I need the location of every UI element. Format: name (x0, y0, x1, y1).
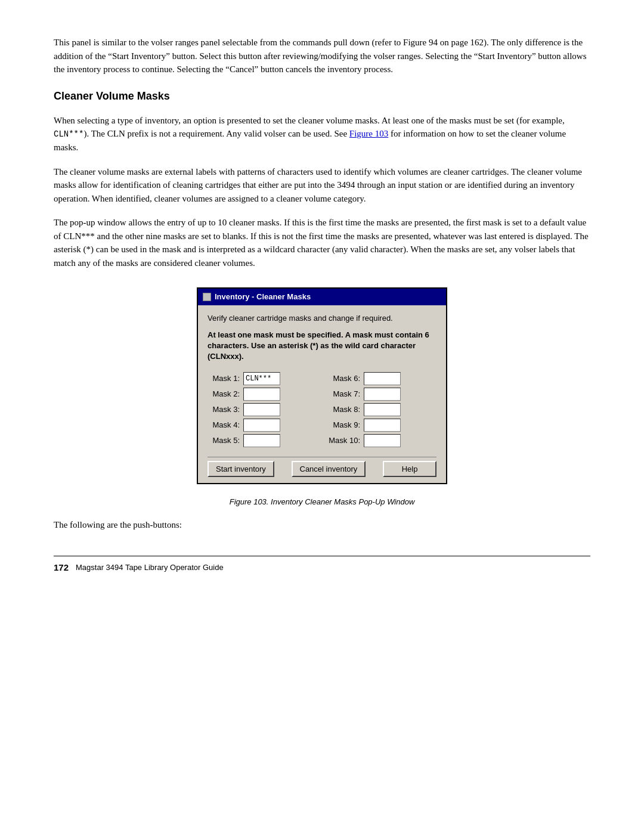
mask-row-1: Mask 1: (208, 371, 316, 386)
mask-row-8: Mask 8: (328, 402, 436, 417)
mask-8-input[interactable] (364, 403, 401, 416)
page-footer: 172 Magstar 3494 Tape Library Operator G… (54, 556, 590, 575)
cancel-inventory-button[interactable]: Cancel inventory (292, 461, 366, 477)
mask-row-2: Mask 2: (208, 386, 316, 402)
following-text: The following are the push-buttons: (54, 518, 590, 532)
mask-5-label: Mask 5: (208, 435, 240, 447)
inventory-cleaner-masks-dialog: Inventory - Cleaner Masks Verify cleaner… (197, 287, 447, 484)
mask-4-input[interactable] (243, 419, 280, 432)
mask-1-input[interactable] (243, 372, 280, 385)
mask-right-column: Mask 6: Mask 7: Mask 8: Mask 9: (328, 371, 436, 448)
example-code: CLN*** (54, 129, 83, 139)
mask-3-input[interactable] (243, 403, 280, 416)
body-paragraph-3: The pop-up window allows the entry of up… (54, 216, 590, 270)
mask-2-label: Mask 2: (208, 388, 240, 400)
dialog-body: Verify cleaner cartridge masks and chang… (198, 305, 446, 483)
mask-5-input[interactable] (243, 434, 280, 447)
mask-7-input[interactable] (364, 388, 401, 401)
mask-6-label: Mask 6: (328, 373, 360, 385)
footer-text: Magstar 3494 Tape Library Operator Guide (76, 562, 224, 574)
intro-paragraph: This panel is similar to the volser rang… (54, 36, 590, 76)
dialog-subtitle: Verify cleaner cartridge masks and chang… (208, 312, 436, 324)
figure-caption: Figure 103. Inventory Cleaner Masks Pop-… (54, 496, 590, 508)
section-heading: Cleaner Volume Masks (54, 88, 590, 104)
body-paragraph-2: The cleaner volume masks are external la… (54, 165, 590, 206)
mask-10-input[interactable] (364, 434, 401, 447)
mask-9-label: Mask 9: (328, 419, 360, 431)
figure-103-link[interactable]: Figure 103 (349, 129, 388, 138)
mask-row-9: Mask 9: (328, 417, 436, 433)
dialog-instruction: At least one mask must be specified. A m… (208, 330, 436, 363)
mask-4-label: Mask 4: (208, 419, 240, 431)
mask-1-label: Mask 1: (208, 373, 240, 385)
mask-row-4: Mask 4: (208, 417, 316, 433)
dialog-icon (203, 293, 211, 301)
dialog-titlebar: Inventory - Cleaner Masks (198, 289, 446, 305)
mask-row-10: Mask 10: (328, 433, 436, 448)
dialog-buttons: Start inventory Cancel inventory Help (208, 457, 436, 477)
dialog-container: Inventory - Cleaner Masks Verify cleaner… (54, 287, 590, 484)
page-number: 172 (54, 561, 69, 575)
mask-grid: Mask 1: Mask 2: Mask 3: Mask 4: (208, 371, 436, 448)
mask-2-input[interactable] (243, 388, 280, 401)
mask-9-input[interactable] (364, 419, 401, 432)
mask-row-5: Mask 5: (208, 433, 316, 448)
help-button[interactable]: Help (383, 461, 436, 477)
dialog-title: Inventory - Cleaner Masks (215, 291, 311, 303)
mask-left-column: Mask 1: Mask 2: Mask 3: Mask 4: (208, 371, 316, 448)
mask-8-label: Mask 8: (328, 404, 360, 416)
mask-row-7: Mask 7: (328, 386, 436, 402)
body-paragraph-1: When selecting a type of inventory, an o… (54, 114, 590, 154)
mask-6-input[interactable] (364, 372, 401, 385)
mask-3-label: Mask 3: (208, 404, 240, 416)
start-inventory-button[interactable]: Start inventory (208, 461, 274, 477)
mask-row-6: Mask 6: (328, 371, 436, 386)
mask-row-3: Mask 3: (208, 402, 316, 417)
mask-10-label: Mask 10: (328, 435, 360, 447)
mask-7-label: Mask 7: (328, 388, 360, 400)
